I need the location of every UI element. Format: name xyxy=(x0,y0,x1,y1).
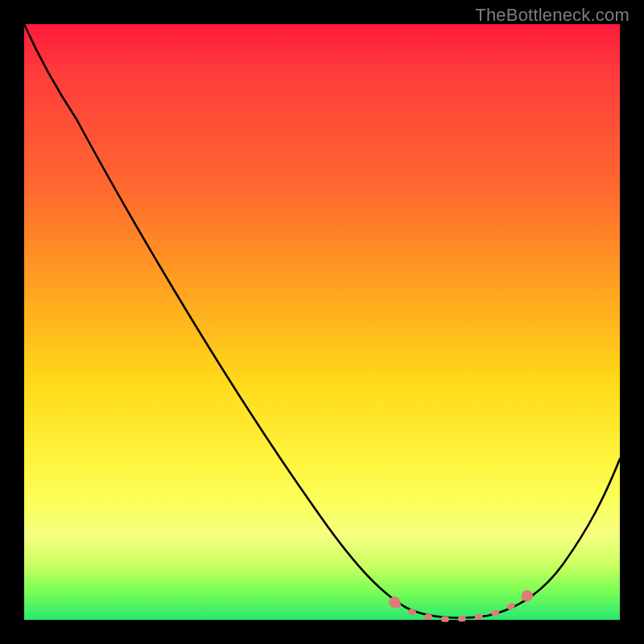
dot-left xyxy=(389,597,400,608)
plot-area xyxy=(24,24,620,620)
watermark: TheBottleneck.com xyxy=(475,5,630,26)
chart-frame: TheBottleneck.com xyxy=(0,0,644,644)
curve-path xyxy=(24,24,620,618)
curve-dotted-segment xyxy=(396,597,525,619)
dot-right xyxy=(522,590,533,601)
bottleneck-curve xyxy=(24,24,620,620)
